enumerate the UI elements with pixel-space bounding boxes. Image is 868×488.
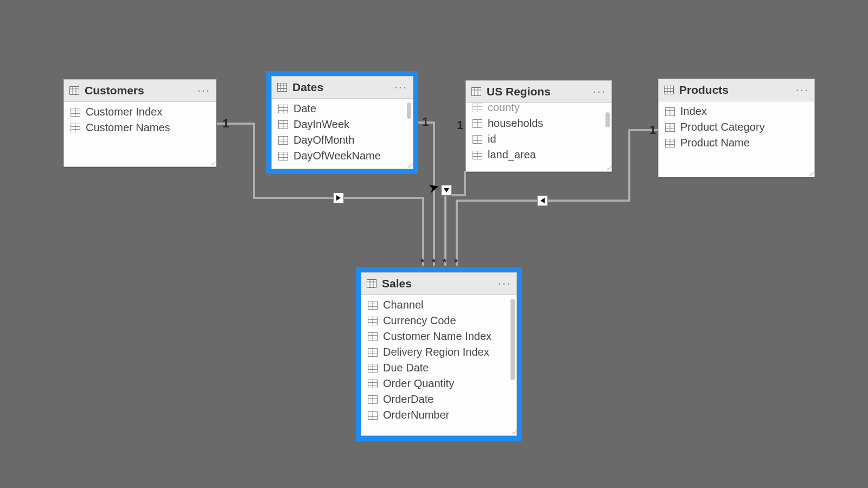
model-canvas[interactable]: 1 1 1 1 * * * * Customers ··· Customer I…: [0, 0, 868, 488]
field-label: Currency Code: [383, 314, 456, 327]
field-item[interactable]: Delivery Region Index: [361, 344, 516, 360]
filter-direction-icon[interactable]: [537, 195, 548, 206]
table-products[interactable]: Products ··· Index Product Category Prod…: [658, 79, 815, 177]
field-item[interactable]: Customer Names: [64, 120, 216, 136]
cardinality-many: *: [432, 257, 436, 268]
svg-rect-72: [367, 280, 376, 288]
field-label: OrderNumber: [383, 409, 449, 421]
field-item[interactable]: households: [466, 115, 611, 131]
table-title: Sales: [382, 277, 493, 290]
field-label: Due Date: [383, 362, 429, 374]
field-item[interactable]: DayOfMonth: [272, 132, 413, 148]
scrollbar-thumb[interactable]: [605, 112, 610, 127]
field-label: land_area: [488, 149, 536, 161]
filter-direction-icon[interactable]: [441, 185, 452, 196]
field-item[interactable]: Order Quantity: [361, 376, 516, 391]
column-icon: [278, 152, 288, 160]
field-label: DayInWeek: [293, 118, 349, 131]
field-item[interactable]: Date: [272, 101, 413, 117]
column-icon: [71, 108, 80, 117]
field-label: id: [488, 133, 496, 145]
field-label: Order Quantity: [383, 377, 454, 390]
column-icon: [665, 107, 675, 116]
table-title: Customers: [85, 84, 192, 97]
field-item[interactable]: Currency Code: [361, 313, 516, 329]
table-menu-button[interactable]: ···: [197, 88, 210, 93]
mouse-cursor-icon: ➤: [427, 179, 442, 196]
field-label: Customer Names: [86, 121, 170, 134]
svg-rect-13: [278, 84, 287, 92]
resize-grip-icon[interactable]: [209, 159, 215, 166]
scrollbar-thumb[interactable]: [510, 299, 515, 380]
svg-rect-34: [472, 88, 481, 96]
table-customers[interactable]: Customers ··· Customer Index Customer Na…: [63, 79, 216, 167]
field-item[interactable]: land_area: [466, 147, 611, 163]
field-item[interactable]: Product Category: [659, 119, 814, 135]
table-menu-button[interactable]: ···: [593, 89, 606, 94]
field-item[interactable]: county: [466, 100, 611, 115]
cardinality-many: *: [443, 257, 446, 268]
column-icon: [473, 151, 482, 159]
field-label: Index: [680, 105, 707, 118]
resize-grip-icon[interactable]: [509, 428, 516, 435]
field-item[interactable]: Customer Index: [64, 104, 216, 120]
field-label: households: [488, 117, 543, 130]
column-icon: [71, 124, 80, 132]
cardinality-one: 1: [422, 115, 429, 129]
field-label: Customer Index: [86, 106, 162, 118]
column-icon: [368, 364, 378, 373]
field-label: OrderDate: [383, 393, 433, 406]
resize-grip-icon[interactable]: [807, 170, 814, 176]
field-item[interactable]: id: [466, 131, 611, 147]
field-item[interactable]: DayInWeek: [272, 117, 413, 132]
svg-rect-55: [665, 86, 674, 94]
table-dates[interactable]: Dates ··· Date DayInWeek DayOfMonth DayO…: [271, 76, 413, 169]
scrollbar-thumb[interactable]: [407, 102, 411, 119]
field-item[interactable]: DayOfWeekName: [272, 148, 413, 164]
column-icon: [665, 139, 675, 147]
column-icon: [278, 136, 288, 145]
table-title: Products: [679, 84, 790, 97]
column-icon: [278, 105, 288, 113]
field-item[interactable]: Index: [659, 104, 814, 119]
table-icon: [471, 87, 481, 96]
table-usregions[interactable]: US Regions ··· county households id land…: [465, 80, 612, 172]
column-icon: [368, 332, 378, 341]
cardinality-one: 1: [457, 118, 463, 132]
cardinality-one: 1: [649, 123, 656, 137]
column-icon: [665, 123, 675, 132]
column-icon: [368, 301, 378, 310]
svg-rect-0: [70, 87, 79, 95]
column-icon: [473, 119, 482, 128]
resize-grip-icon[interactable]: [604, 164, 611, 171]
field-item[interactable]: OrderNumber: [361, 407, 516, 423]
field-label: Customer Name Index: [383, 330, 492, 343]
column-icon: [278, 120, 288, 129]
table-title: US Regions: [487, 85, 588, 98]
field-label: DayOfMonth: [293, 134, 354, 146]
field-item[interactable]: Product Name: [659, 135, 814, 151]
field-label: Date: [293, 102, 316, 115]
field-label: DayOfWeekName: [293, 150, 381, 162]
table-menu-button[interactable]: ···: [394, 85, 407, 90]
table-menu-button[interactable]: ···: [796, 87, 809, 93]
filter-direction-icon[interactable]: [333, 192, 344, 203]
table-sales[interactable]: Sales ··· Channel Currency Code Customer…: [361, 272, 517, 436]
cardinality-one: 1: [222, 117, 229, 131]
field-item[interactable]: OrderDate: [361, 391, 516, 407]
column-icon: [368, 348, 378, 357]
field-item[interactable]: Channel: [361, 297, 516, 313]
field-label: county: [488, 101, 520, 114]
table-menu-button[interactable]: ···: [498, 281, 511, 286]
column-icon: [368, 317, 378, 325]
cardinality-many: *: [420, 257, 424, 268]
field-label: Product Category: [680, 121, 765, 133]
field-item[interactable]: Due Date: [361, 360, 516, 376]
column-icon: [368, 411, 378, 420]
field-item[interactable]: Customer Name Index: [361, 329, 516, 344]
table-icon: [277, 83, 287, 92]
table-icon: [367, 279, 376, 288]
column-icon: [473, 135, 482, 144]
resize-grip-icon[interactable]: [406, 162, 412, 168]
cardinality-many: *: [454, 257, 458, 268]
